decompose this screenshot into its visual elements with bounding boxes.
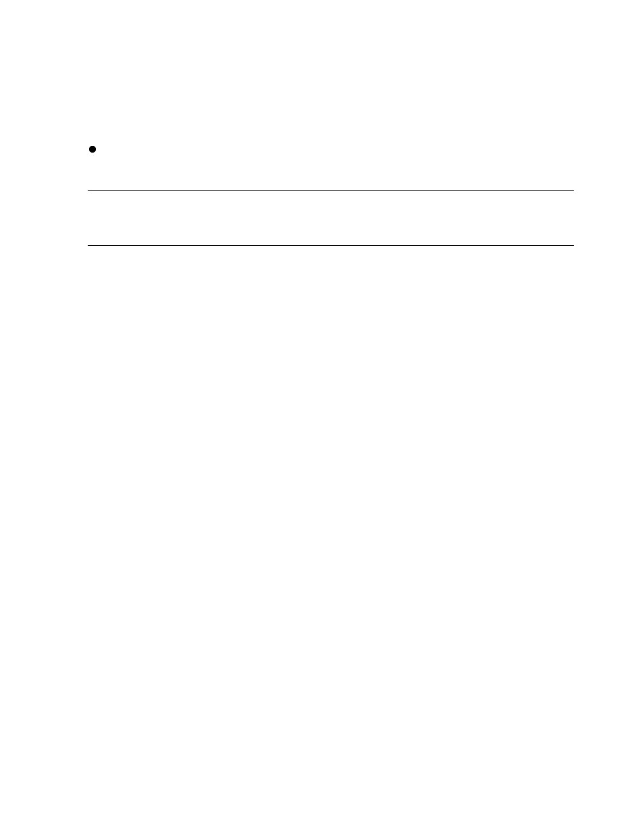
divider bbox=[88, 245, 574, 246]
divider bbox=[88, 190, 574, 191]
